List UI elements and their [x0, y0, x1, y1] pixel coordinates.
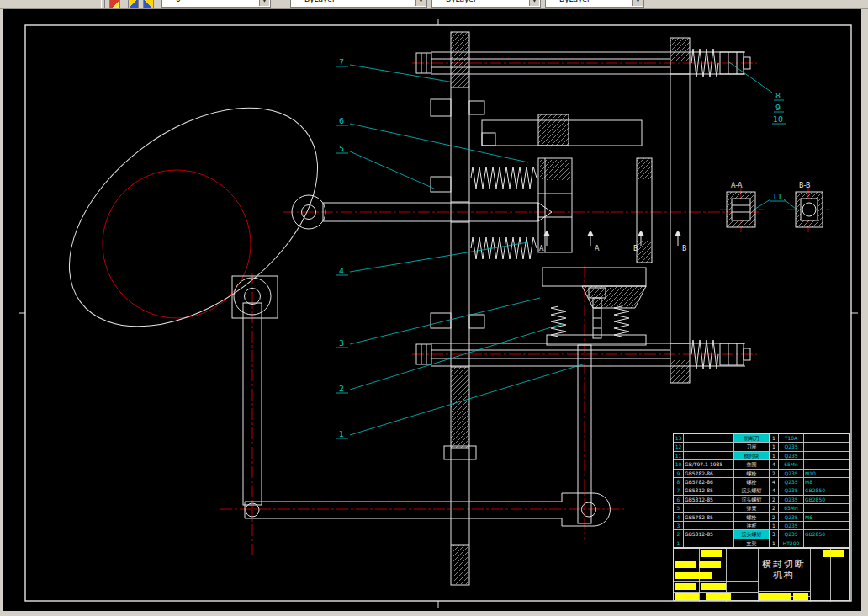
bom-seq: 3	[674, 522, 684, 529]
color-combo[interactable]: ByLayer ▼	[290, 0, 427, 8]
highlight-cell	[701, 583, 726, 590]
bom-name: 沉头螺钉	[734, 496, 770, 503]
leader-label-10: 10	[773, 114, 783, 124]
table-row: 3 连杆 1 Q235	[674, 522, 849, 530]
bom-qty: 2	[770, 496, 779, 503]
bom-qty: 2	[770, 513, 779, 521]
bom-code: GB5312-85	[684, 496, 734, 503]
section-title-bb: B-B	[799, 182, 811, 189]
linetype-combo-value: ByLayer	[432, 0, 540, 3]
layers-icon[interactable]	[143, 0, 154, 9]
bom-material: Q235	[779, 478, 804, 486]
bom-name: 刀座	[734, 443, 770, 450]
highlight-cell	[823, 550, 844, 557]
bom-note: M8	[804, 478, 849, 486]
chevron-down-icon[interactable]: ▼	[259, 0, 269, 6]
bom-name: 沉头螺钉	[734, 530, 770, 538]
layer-color-icon[interactable]	[128, 0, 139, 9]
color-combo-value: ByLayer	[291, 0, 426, 3]
leader-label-6: 6	[339, 116, 344, 125]
bom-note	[804, 460, 849, 468]
bom-seq: 10	[674, 460, 684, 468]
bom-code	[684, 443, 734, 450]
bom-qty: 1	[770, 452, 779, 459]
bom-note	[804, 452, 849, 459]
bom-qty: 4	[770, 478, 779, 486]
toolbar-grip[interactable]	[101, 0, 105, 8]
bom-code: GB5782-86	[684, 478, 734, 486]
bom-code: GB/T97.1-1985	[684, 460, 734, 468]
bom-seq: 8	[674, 478, 684, 486]
bom-material: T10A	[779, 434, 804, 442]
bom-qty: 3	[770, 530, 779, 538]
bom-material: Q235	[779, 486, 804, 494]
table-row: 12 刀座 1 Q235	[674, 443, 849, 451]
bom-material: 65Mn	[779, 460, 804, 468]
bom-material: Q235	[779, 530, 804, 538]
bom-seq: 7	[674, 486, 684, 494]
bom-seq: 4	[674, 513, 684, 521]
table-row: 10 GB/T97.1-1985 垫圈 4 65Mn	[674, 460, 849, 469]
leader-label-4: 4	[339, 266, 344, 275]
highlight-cell	[675, 561, 696, 568]
cut-letter-b1: B	[633, 245, 638, 252]
highlight-cell	[706, 593, 731, 600]
table-row: 9 GB5782-86 螺栓 2 Q235 M10	[674, 470, 849, 478]
leader-label-3: 3	[339, 338, 344, 348]
bom-note	[804, 504, 849, 512]
bom-material: Q235	[779, 470, 804, 477]
bom-qty: 2	[770, 504, 779, 512]
bom-name: 沉头螺钉	[734, 486, 770, 494]
highlight-cell	[760, 593, 791, 600]
bom-qty: 1	[770, 522, 779, 529]
leader-label-8: 8	[775, 91, 781, 100]
highlight-cell	[699, 561, 721, 568]
title-block: 横封切断 机构	[673, 548, 850, 601]
bom-name: 螺栓	[734, 513, 770, 521]
highlight-cell	[701, 550, 722, 557]
bom-name: 垫圈	[734, 460, 770, 468]
highlight-cell	[675, 572, 712, 579]
bom-name: 连杆	[734, 522, 770, 529]
bom-note: GB2850	[804, 486, 849, 494]
layer-combo[interactable]: 0 ▼	[161, 0, 271, 8]
bom-seq: 5	[674, 504, 684, 512]
table-row: 5 弹簧 2 65Mn	[674, 504, 849, 512]
drawing-title-line1: 横封切断	[762, 559, 806, 570]
bom-qty: 1	[770, 434, 779, 442]
bom-note	[804, 434, 849, 442]
table-row: 13 切断刀 1 T10A	[674, 434, 849, 443]
bom-note: M10	[804, 470, 849, 477]
chevron-down-icon[interactable]: ▼	[632, 0, 643, 6]
bom-qty: 4	[770, 460, 779, 468]
bom-seq: 13	[674, 434, 684, 442]
bom-note	[804, 522, 849, 529]
cut-letter-b2: B	[682, 245, 687, 252]
bom-name: 横封块	[734, 452, 770, 459]
bom-name: 弹簧	[734, 504, 770, 512]
leader-label-7: 7	[339, 57, 344, 66]
bom-code	[684, 504, 734, 512]
table-row: 4 GB5782-85 螺栓 2 Q235 M6	[674, 513, 849, 522]
linetype-combo[interactable]: ByLayer ▼	[431, 0, 541, 8]
chevron-down-icon[interactable]: ▼	[415, 0, 426, 6]
highlight-cell	[675, 593, 699, 600]
bom-note: M6	[804, 513, 849, 521]
bom-note: GB2850	[804, 530, 849, 538]
layer-combo-value: 0	[162, 0, 270, 3]
bom-material: Q235	[779, 452, 804, 459]
cut-letter-a1: A	[539, 245, 544, 252]
make-current-icon[interactable]	[109, 0, 120, 9]
bom-qty: 4	[770, 486, 779, 494]
bom-code	[684, 434, 734, 442]
bom-seq: 12	[674, 443, 684, 450]
bom-note: GB2850	[804, 496, 849, 503]
chevron-down-icon[interactable]: ▼	[529, 0, 539, 6]
drawing-title: 横封切断 机构	[758, 549, 810, 591]
lineweight-combo[interactable]: ByLayer ▼	[545, 0, 644, 8]
bom-name: 支架	[734, 539, 770, 547]
bom-material: Q235	[779, 496, 804, 503]
bom-name: 切断刀	[734, 434, 770, 442]
section-labels: A A B B A-A B-B	[539, 182, 811, 252]
table-row: 1 支架 1 HT200	[674, 539, 849, 547]
